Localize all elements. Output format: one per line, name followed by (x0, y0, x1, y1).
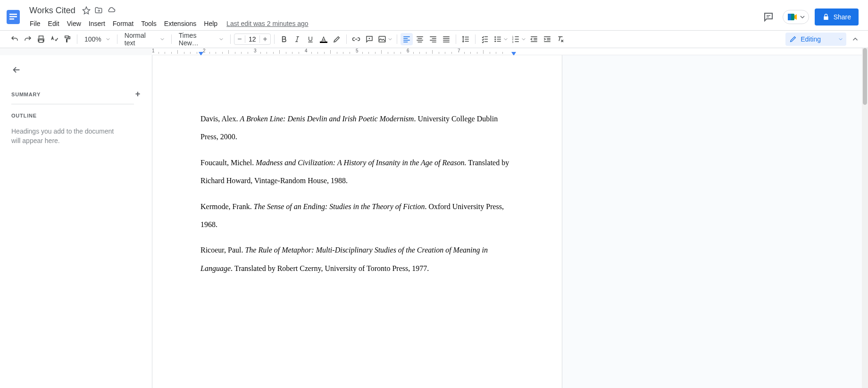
close-outline-icon[interactable] (11, 65, 22, 75)
main-menu-bar: FileEditViewInsertFormatToolsExtensionsH… (26, 17, 760, 30)
ruler-number: 6 (407, 48, 409, 53)
print-icon[interactable] (35, 33, 47, 45)
undo-icon[interactable] (8, 33, 21, 45)
scrollbar-thumb[interactable] (863, 48, 867, 105)
ruler-number: 4 (305, 48, 308, 53)
chevron-down-icon (522, 37, 526, 41)
ruler-number: 7 (458, 48, 460, 53)
scrollbar[interactable] (862, 48, 868, 388)
add-summary-icon[interactable]: + (135, 89, 141, 99)
svg-point-7 (494, 36, 496, 38)
svg-rect-1 (9, 14, 17, 15)
insert-image-button[interactable] (376, 33, 393, 45)
chevron-down-icon (839, 37, 843, 41)
menu-tools[interactable]: Tools (138, 18, 160, 29)
svg-rect-5 (788, 14, 791, 20)
outline-heading: OUTLINE (11, 113, 141, 118)
svg-rect-2 (9, 16, 17, 17)
move-icon[interactable] (94, 6, 103, 15)
menu-extensions[interactable]: Extensions (161, 18, 200, 29)
document-page[interactable]: Davis, Alex. A Broken Line: Denis Devlin… (152, 55, 562, 388)
underline-button[interactable] (304, 33, 317, 45)
menu-file[interactable]: File (26, 18, 44, 29)
add-comment-button[interactable] (363, 33, 376, 45)
line-spacing-button[interactable] (459, 33, 472, 45)
spellcheck-icon[interactable] (48, 33, 60, 45)
chevron-down-icon (504, 37, 508, 41)
align-justify-button[interactable] (440, 33, 452, 45)
docs-logo-icon[interactable] (4, 8, 23, 26)
star-icon[interactable] (82, 6, 91, 15)
chevron-down-icon (219, 37, 223, 41)
decrease-font-size[interactable]: − (234, 35, 245, 43)
menu-view[interactable]: View (64, 18, 84, 29)
formatting-toolbar: 100% Normal text Times New… − 12 + 123 E… (0, 30, 868, 48)
pencil-icon (789, 35, 797, 43)
comment-history-icon[interactable] (760, 8, 777, 25)
chevron-down-icon (160, 37, 164, 41)
chevron-down-icon (800, 15, 805, 19)
font-size-value[interactable]: 12 (245, 35, 260, 43)
citation-entry[interactable]: Foucault, Michel. Madness and Civilizati… (200, 154, 514, 190)
svg-point-9 (494, 41, 496, 42)
citation-entry[interactable]: Davis, Alex. A Broken Line: Denis Devlin… (200, 110, 514, 146)
font-size-control: − 12 + (234, 34, 271, 45)
clear-formatting-button[interactable] (554, 33, 567, 45)
italic-button[interactable] (291, 33, 303, 45)
summary-heading: SUMMARY (11, 92, 41, 97)
cloud-status-icon[interactable] (107, 6, 116, 15)
lock-icon (822, 13, 830, 21)
chevron-down-icon (106, 37, 110, 41)
paint-format-icon[interactable] (61, 33, 74, 45)
ruler-number: 1 (152, 48, 155, 53)
numbered-list-button[interactable]: 123 (510, 33, 527, 45)
svg-text:3: 3 (512, 41, 513, 43)
font-family-dropdown[interactable]: Times New… (175, 33, 227, 45)
zoom-dropdown[interactable]: 100% (81, 33, 114, 45)
horizontal-ruler[interactable]: 1234567 (152, 48, 868, 55)
citation-entry[interactable]: Ricoeur, Paul. The Rule of Metaphor: Mul… (200, 241, 514, 278)
menu-format[interactable]: Format (109, 18, 137, 29)
outline-hint: Headings you add to the document will ap… (11, 127, 125, 145)
chevron-down-icon (388, 37, 392, 41)
increase-font-size[interactable]: + (260, 35, 270, 43)
last-edit-link[interactable]: Last edit was 2 minutes ago (226, 20, 309, 27)
share-label: Share (834, 13, 851, 21)
citation-entry[interactable]: Kermode, Frank. The Sense of an Ending: … (200, 198, 514, 234)
bold-button[interactable] (278, 33, 290, 45)
ruler-number: 3 (254, 48, 257, 53)
menu-help[interactable]: Help (200, 18, 221, 29)
align-right-button[interactable] (427, 33, 439, 45)
ruler-number: 5 (356, 48, 359, 53)
meet-button[interactable] (783, 10, 809, 24)
paragraph-style-dropdown[interactable]: Normal text (121, 33, 168, 45)
share-button[interactable]: Share (815, 8, 859, 25)
svg-point-8 (494, 39, 496, 40)
text-color-button[interactable] (317, 33, 330, 45)
increase-indent-button[interactable] (541, 33, 553, 45)
document-outline-panel: SUMMARY + OUTLINE Headings you add to th… (0, 55, 152, 388)
divider (11, 104, 134, 104)
ruler-number: 2 (203, 48, 206, 53)
hide-menus-icon[interactable] (851, 35, 860, 43)
decrease-indent-button[interactable] (528, 33, 540, 45)
align-center-button[interactable] (414, 33, 426, 45)
document-title[interactable]: Works Cited (26, 5, 78, 17)
align-left-button[interactable] (401, 33, 413, 45)
menu-edit[interactable]: Edit (45, 18, 63, 29)
checklist-button[interactable] (479, 33, 491, 45)
svg-rect-3 (9, 18, 14, 20)
menu-insert[interactable]: Insert (85, 18, 108, 29)
redo-icon[interactable] (22, 33, 34, 45)
bulleted-list-button[interactable] (492, 33, 509, 45)
insert-link-button[interactable] (350, 33, 362, 45)
highlight-color-button[interactable] (331, 33, 343, 45)
editing-mode-dropdown[interactable]: Editing (785, 33, 846, 46)
